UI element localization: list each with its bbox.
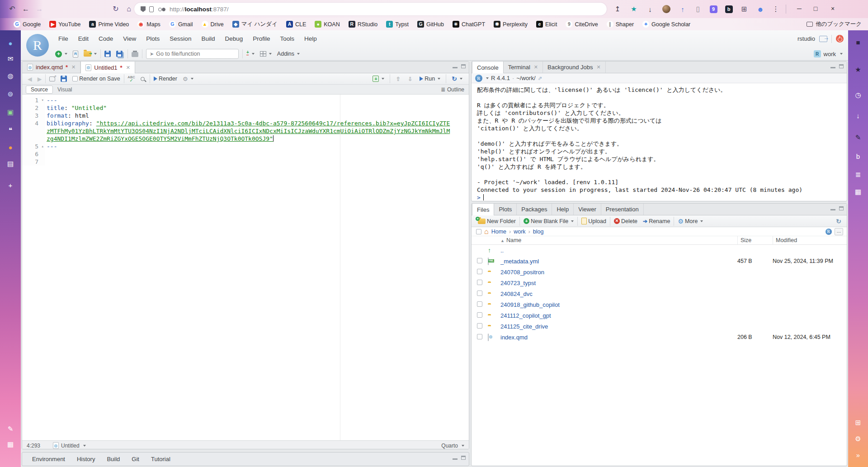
bookmark-shaper[interactable]: ∥Shaper <box>607 21 634 28</box>
file-row-metadata-yml[interactable]: _metadata.yml457 BNov 25, 2024, 11:39 PM <box>472 256 847 267</box>
run-button[interactable]: Run <box>417 73 443 84</box>
sidebar-extensions-icon[interactable]: ⊞ <box>848 419 868 427</box>
maximize-pane-icon[interactable] <box>839 64 844 68</box>
menu-tools[interactable]: Tools <box>275 35 299 42</box>
code-line[interactable]: 6 <box>22 150 469 158</box>
sign-out-icon[interactable] <box>819 36 827 42</box>
split-view-icon[interactable] <box>158 7 165 11</box>
files-column-header[interactable]: ▲NameSizeModified <box>472 236 847 245</box>
bookmark-rstudio[interactable]: RRStudio <box>349 21 377 28</box>
file-name[interactable]: 240708_positron <box>500 269 737 276</box>
extensions-icon[interactable]: ⊞ <box>738 3 750 15</box>
console-output[interactable]: 配布条件の詳細に関しては、'license()' あるいは 'licence()… <box>472 83 847 201</box>
minimize-pane-icon[interactable] <box>453 456 458 460</box>
file-row-item[interactable]: ↑.. <box>472 245 847 256</box>
find-replace-button[interactable] <box>138 73 149 84</box>
forward-icon[interactable]: → <box>33 4 45 14</box>
file-name[interactable]: _metadata.yml <box>500 258 737 265</box>
minimize-pane-icon[interactable] <box>830 64 835 68</box>
file-checkbox[interactable] <box>477 301 482 307</box>
bookmark-google[interactable]: GGoogle <box>14 21 41 28</box>
render-on-save-box[interactable] <box>72 76 78 81</box>
save-doc-button[interactable] <box>58 73 70 84</box>
maximize-pane-icon[interactable] <box>461 456 466 460</box>
visual-mode-button[interactable]: Visual <box>53 86 76 93</box>
project-selector[interactable]: R work <box>814 47 843 61</box>
run-next-button[interactable]: ⇩ <box>405 73 415 84</box>
new-project-button[interactable] <box>70 48 81 59</box>
source-mode-button[interactable]: Source <box>26 86 53 94</box>
bookmark-koan[interactable]: ●KOAN <box>315 21 340 28</box>
file-row-241112-copilot-gpt[interactable]: 241112_copilot_gpt <box>472 310 847 321</box>
file-name[interactable]: index.qmd <box>500 334 737 341</box>
menu-profile[interactable]: Profile <box>248 35 275 42</box>
run-previous-button[interactable]: ⇧ <box>393 73 403 84</box>
bookmark-star-icon[interactable]: ★ <box>627 3 640 15</box>
home-icon[interactable]: ⌂ <box>123 4 135 14</box>
breadcrumb-home[interactable]: Home <box>491 229 506 235</box>
tab-viewer[interactable]: Viewer <box>574 204 601 215</box>
tab-plots[interactable]: Plots <box>494 204 517 215</box>
new-file-button[interactable]: + <box>52 48 70 59</box>
file-name[interactable]: 240918_github_copilot <box>500 301 737 308</box>
bookmark-prime-video[interactable]: aPrime Video <box>89 21 129 28</box>
fold-icon[interactable]: ▴ <box>42 143 44 150</box>
updates-icon[interactable]: ↑ <box>676 3 689 15</box>
bibliography-link[interactable]: zg4NDI1MzlmZWE2ZmRiZGYxOGE5OGE0OTY5M2ViM… <box>47 135 273 142</box>
bookmark-chatgpt[interactable]: ✳ChatGPT <box>453 21 485 28</box>
sidebar-games-icon[interactable]: ▦ <box>848 188 868 196</box>
tab-files[interactable]: Files <box>472 204 494 215</box>
breadcrumb-work[interactable]: work <box>514 229 525 235</box>
back-icon[interactable]: ← <box>20 4 32 14</box>
bottom-tab-build[interactable]: Build <box>101 456 125 462</box>
render-button[interactable]: Render <box>151 73 180 84</box>
sidebar-bitwarden-icon[interactable]: b <box>848 152 868 160</box>
bookmark-perplexity[interactable]: ❋Perplexity <box>494 21 528 28</box>
menu-session[interactable]: Session <box>165 35 196 42</box>
url-bar[interactable]: http://localhost:8787/ <box>134 3 607 15</box>
file-row-index-qmd[interactable]: index.qmd206 BNov 12, 2024, 6:45 PM <box>472 332 847 343</box>
close-icon[interactable]: ✕ <box>597 64 601 70</box>
bookmark-item[interactable]: ◆マイ ハンダイ <box>232 20 278 28</box>
tracking-shield-icon[interactable] <box>141 6 146 12</box>
files-new-folder-button[interactable]: +New Folder <box>475 216 519 227</box>
files-new-blank-file-button[interactable]: +New Blank File <box>521 216 576 227</box>
downloads-icon[interactable]: ↓ <box>644 3 656 15</box>
render-options-button[interactable]: ⚙ <box>180 73 196 84</box>
file-name[interactable]: .. <box>500 247 737 254</box>
sidebar-chat-icon[interactable]: ❝ <box>0 126 21 134</box>
file-checkbox[interactable] <box>477 269 482 274</box>
tab-index-qmd[interactable]: index.qmd*✕ <box>23 62 80 73</box>
code-line[interactable]: 1▾--- <box>22 96 469 104</box>
maximize-pane-icon[interactable] <box>839 206 844 210</box>
minimize-pane-icon[interactable] <box>830 206 835 210</box>
file-row-240824-dvc[interactable]: 240824_dvc <box>472 288 847 299</box>
file-name[interactable]: 241112_copilot_gpt <box>500 312 737 319</box>
bibliography-link[interactable]: "https://api.citedrive.com/bib/2e1311a3-… <box>96 120 450 127</box>
sidebar-collapse-icon[interactable]: » <box>848 451 868 459</box>
open-directory-icon[interactable]: ⇗ <box>538 75 542 81</box>
account-avatar[interactable] <box>660 3 673 15</box>
sidebar-notes-icon[interactable]: ▤ <box>0 160 21 168</box>
code-line[interactable]: 7 <box>22 158 469 166</box>
profile-icon[interactable]: ☻ <box>754 3 767 15</box>
files-more-button[interactable]: ⚙More <box>675 216 706 227</box>
console-prompt-line[interactable]: > <box>477 194 841 201</box>
code-line[interactable]: 3format: html <box>22 112 469 119</box>
column-modified[interactable]: Modified <box>773 236 847 244</box>
sidebar-app-blue-icon[interactable]: ● <box>0 39 21 47</box>
fold-icon[interactable]: ▾ <box>42 96 44 104</box>
close-button[interactable]: × <box>826 2 840 15</box>
source-rerun-button[interactable]: ↻ <box>449 73 465 84</box>
bookmark-google-scholar[interactable]: ✦Google Scholar <box>642 21 690 28</box>
nav-back-button[interactable]: ◀ <box>25 73 35 84</box>
menu-file[interactable]: File <box>53 35 73 42</box>
code-editor[interactable]: 1▾---2title: "Untitled"3format: html4bib… <box>22 95 469 440</box>
extension-nine-icon[interactable]: 9 <box>707 3 720 15</box>
file-row-240708-positron[interactable]: 240708_positron <box>472 267 847 277</box>
bottom-tab-tutorial[interactable]: Tutorial <box>146 456 176 462</box>
tab-help[interactable]: Help <box>552 204 574 215</box>
menu-plots[interactable]: Plots <box>141 35 165 42</box>
spellcheck-button[interactable]: ABC✓ <box>125 73 138 84</box>
file-name[interactable]: 241125_cite_drive <box>500 323 737 330</box>
